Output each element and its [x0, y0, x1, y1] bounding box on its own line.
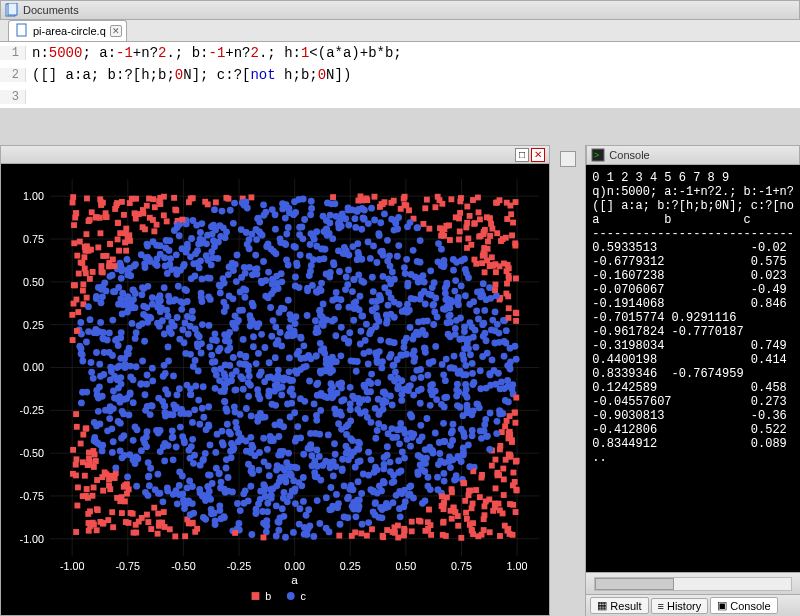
svg-point-406: [410, 247, 417, 254]
link-icon[interactable]: [560, 151, 576, 167]
svg-point-1299: [415, 452, 422, 459]
svg-point-963: [389, 269, 396, 276]
horizontal-scrollbar[interactable]: [594, 577, 792, 591]
editor-tab-bar: pi-area-circle.q ✕: [0, 20, 800, 42]
svg-point-2184: [304, 312, 311, 319]
svg-point-1634: [468, 411, 475, 418]
svg-point-1966: [359, 521, 366, 528]
svg-point-1775: [245, 497, 252, 504]
svg-point-1120: [109, 449, 116, 456]
svg-point-793: [440, 371, 447, 378]
svg-point-2197: [308, 262, 315, 269]
svg-point-1555: [263, 523, 270, 530]
svg-point-2039: [143, 304, 150, 311]
close-icon[interactable]: ✕: [531, 148, 545, 162]
close-icon[interactable]: ✕: [110, 25, 122, 37]
svg-point-1390: [124, 309, 131, 316]
svg-point-838: [436, 450, 443, 457]
svg-point-1008: [330, 472, 337, 479]
svg-rect-315: [501, 492, 507, 498]
svg-point-2019: [106, 415, 113, 422]
svg-point-447: [399, 449, 406, 456]
svg-rect-1967: [513, 509, 519, 515]
svg-point-829: [354, 256, 361, 263]
chart-plot-area[interactable]: -1.00-0.75-0.50-0.250.000.250.500.751.00…: [1, 164, 549, 615]
svg-point-1778: [335, 381, 342, 388]
svg-point-2070: [213, 465, 220, 472]
svg-point-1385: [285, 262, 292, 269]
svg-point-1196: [355, 478, 362, 485]
svg-rect-854: [506, 305, 512, 311]
svg-point-2191: [367, 486, 374, 493]
svg-point-1903: [427, 446, 434, 453]
svg-point-2017: [380, 389, 387, 396]
svg-point-1440: [403, 335, 410, 342]
svg-point-644: [343, 431, 350, 438]
svg-rect-1249: [84, 486, 90, 492]
svg-point-1400: [159, 498, 166, 505]
svg-point-2178: [180, 263, 187, 270]
svg-point-1497: [117, 399, 124, 406]
svg-point-1862: [486, 446, 493, 453]
svg-point-112: [320, 301, 327, 308]
tab-console[interactable]: ▣ Console: [710, 597, 777, 614]
svg-point-2038: [280, 513, 287, 520]
svg-point-1684: [338, 426, 345, 433]
svg-point-674: [453, 393, 460, 400]
svg-point-1130: [351, 215, 358, 222]
vertical-splitter[interactable]: [550, 145, 585, 616]
svg-point-1190: [384, 443, 391, 450]
svg-text:c: c: [301, 590, 307, 602]
svg-point-1463: [381, 397, 388, 404]
svg-rect-1626: [492, 457, 498, 463]
svg-rect-571: [372, 194, 378, 200]
code-line[interactable]: n:5000; a:-1+n?2.; b:-1+n?2.; h:1<(a*a)+…: [26, 45, 402, 61]
editor-tab[interactable]: pi-area-circle.q ✕: [8, 20, 127, 41]
svg-point-2164: [441, 459, 448, 466]
svg-point-368: [182, 319, 189, 326]
svg-point-1171: [118, 329, 125, 336]
svg-rect-2020: [487, 215, 493, 221]
tab-history[interactable]: ≡ History: [651, 598, 709, 614]
svg-point-2097: [124, 266, 131, 273]
maximize-icon[interactable]: □: [515, 148, 529, 162]
svg-point-1747: [386, 354, 393, 361]
svg-point-1371: [357, 328, 364, 335]
svg-rect-2047: [458, 535, 464, 541]
svg-rect-162: [432, 204, 438, 210]
svg-point-1640: [409, 336, 416, 343]
svg-point-1877: [346, 329, 353, 336]
svg-point-131: [250, 333, 257, 340]
svg-point-1923: [204, 483, 211, 490]
svg-point-1994: [320, 228, 327, 235]
console-output[interactable]: 0 1 2 3 4 5 6 7 8 9 q)n:5000; a:-1+n?2.;…: [586, 165, 800, 572]
svg-rect-932: [84, 295, 90, 301]
tab-result[interactable]: ▦ Result: [590, 597, 648, 614]
svg-point-2093: [254, 418, 261, 425]
svg-point-892: [486, 284, 493, 291]
svg-rect-2177: [488, 221, 494, 227]
svg-point-2036: [276, 375, 283, 382]
svg-point-1073: [425, 474, 432, 481]
svg-point-1147: [373, 323, 380, 330]
svg-rect-1762: [91, 464, 97, 470]
svg-point-133: [117, 448, 124, 455]
svg-point-1714: [189, 308, 196, 315]
svg-point-196: [434, 474, 441, 481]
svg-point-528: [350, 317, 357, 324]
svg-point-1557: [273, 502, 280, 509]
svg-point-1820: [462, 266, 469, 273]
svg-point-1126: [202, 516, 209, 523]
svg-point-161: [133, 483, 140, 490]
code-editor[interactable]: 1 n:5000; a:-1+n?2.; b:-1+n?2.; h:1<(a*a…: [0, 42, 800, 108]
scrollbar-thumb[interactable]: [595, 578, 673, 590]
svg-point-1861: [232, 312, 239, 319]
svg-point-2203: [255, 320, 262, 327]
console-icon: >: [591, 148, 605, 162]
svg-rect-1475: [87, 276, 93, 282]
svg-point-1922: [257, 410, 264, 417]
code-line[interactable]: ([] a:a; b:?[h;b;0N]; c:?[not h;b;0N]): [26, 67, 351, 83]
svg-point-746: [394, 385, 401, 392]
svg-point-1990: [329, 354, 336, 361]
svg-point-1857: [457, 404, 464, 411]
